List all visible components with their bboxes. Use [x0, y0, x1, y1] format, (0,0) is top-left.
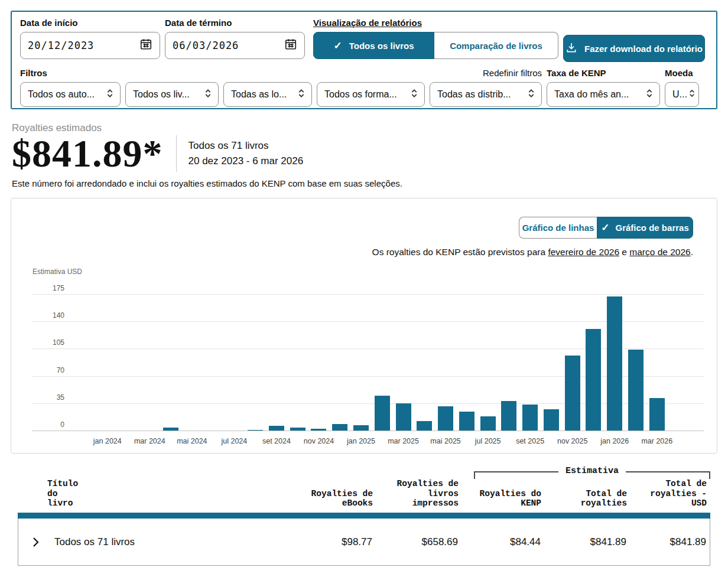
bar-jan-2025[interactable]: [353, 425, 369, 431]
formats-dropdown[interactable]: Todos os forma...: [317, 82, 425, 107]
currency-dropdown-value: U...: [672, 89, 687, 100]
currency-label: Moeda: [665, 68, 699, 80]
gridline: [32, 348, 704, 349]
estimate-group-bracket: Estimativa: [474, 467, 710, 479]
bar-chart-toggle[interactable]: Gráfico de barras: [597, 217, 693, 239]
column-header-total: Total de royalties: [545, 489, 630, 508]
bar-dez-2024[interactable]: [332, 424, 347, 431]
bar-nov-2024[interactable]: [311, 429, 326, 431]
x-tick-label: mar 2026: [641, 437, 672, 445]
note-text: .: [691, 247, 693, 257]
note-text: e: [622, 247, 627, 257]
vertical-divider: [176, 135, 177, 172]
column-header-print: Royalties de livros impressos: [376, 479, 462, 508]
row-kenp-royalties: $84.44: [462, 536, 544, 548]
bar-abr-2025[interactable]: [417, 421, 432, 431]
start-date-label: Data de início: [20, 18, 160, 28]
bar-ago-2024[interactable]: [248, 430, 263, 431]
check-icon: [601, 221, 609, 234]
start-date-field: Data de início 20/12/2023: [20, 18, 160, 59]
royalties-table: Título do livro Royalties de eBooks Roya…: [18, 462, 710, 566]
column-header-title: Título do livro: [18, 479, 300, 508]
report-view-group: Visualização de relatórios Todos os livr…: [313, 18, 558, 59]
expand-row-chevron-icon[interactable]: [32, 537, 39, 547]
bar-dez-2025[interactable]: [586, 329, 601, 431]
row-total-royalties-usd: $841.89: [630, 536, 710, 548]
tab-all-books[interactable]: Todos os livros: [313, 32, 434, 59]
bar-out-2024[interactable]: [290, 428, 306, 431]
updown-chevron-icon: [203, 87, 213, 102]
calendar-icon[interactable]: [139, 38, 152, 53]
bar-jun-2025[interactable]: [459, 412, 474, 431]
x-tick-label: mai 2024: [177, 437, 207, 445]
marketplaces-dropdown-value: Todas as lo...: [231, 89, 287, 100]
bar-mar-2026[interactable]: [649, 398, 665, 431]
books-dropdown-value: Todos os liv...: [133, 89, 190, 100]
gridline: [32, 403, 704, 404]
distributions-dropdown-value: Todas as distrib...: [437, 89, 511, 100]
end-date-label: Data de término: [165, 18, 305, 28]
bar-jan-2026[interactable]: [607, 296, 622, 431]
authors-dropdown-value: Todos os auto...: [28, 89, 95, 100]
start-date-input[interactable]: 20/12/2023: [20, 32, 160, 59]
filter-panel: Data de início 20/12/2023 Data de términ…: [11, 11, 717, 109]
estimated-royalties-amount: $841.89*: [12, 134, 163, 173]
bar-jul-2025[interactable]: [480, 416, 496, 431]
bar-set-2024[interactable]: [269, 426, 284, 431]
updown-chevron-icon: [409, 87, 420, 102]
report-view-label: Visualização de relatórios: [313, 18, 558, 28]
y-tick-label: 0: [32, 420, 64, 429]
kenp-forecast-note: Os royalties do KENP estão previstos par…: [372, 247, 693, 257]
reset-filters-link[interactable]: Redefinir filtros: [430, 68, 542, 80]
x-tick-label: jul 2025: [475, 437, 501, 445]
row-ebooks-royalties: $98.77: [299, 536, 376, 548]
tab-all-books-label: Todos os livros: [349, 41, 414, 51]
gridline: [32, 321, 704, 322]
formats-dropdown-value: Todos os forma...: [324, 89, 397, 100]
bar-out-2025[interactable]: [544, 409, 559, 431]
table-header: Título do livro Royalties de eBooks Roya…: [18, 462, 710, 510]
filters-label: Filtros: [20, 68, 121, 80]
column-header-total-usd: Total de royalties - USD: [630, 479, 710, 508]
x-tick-label: nov 2024: [304, 437, 334, 445]
chart-type-toggle: Gráfico de linhas Gráfico de barras: [519, 217, 693, 239]
forecast-month-link-1[interactable]: fevereiro de 2026: [548, 247, 619, 257]
forecast-month-link-2[interactable]: março de 2026: [629, 247, 690, 257]
bar-mai-2025[interactable]: [438, 406, 453, 431]
updown-chevron-icon: [105, 87, 115, 102]
authors-dropdown[interactable]: Todos os auto...: [20, 82, 121, 107]
bar-fev-2026[interactable]: [628, 350, 644, 431]
download-report-button[interactable]: Fazer download do relatório: [563, 35, 705, 62]
kenp-rate-label: Taxa de KENP: [547, 68, 660, 80]
summary-footnote: Este número foi arredondado e inclui os …: [12, 178, 716, 188]
books-dropdown[interactable]: Todos os liv...: [125, 82, 219, 107]
calendar-icon[interactable]: [284, 38, 297, 53]
bar-abr-2024[interactable]: [163, 428, 178, 431]
bar-mar-2025[interactable]: [396, 403, 411, 431]
tab-book-comparison-label: Comparação de livros: [450, 41, 542, 51]
end-date-field: Data de término 06/03/2026: [165, 18, 305, 59]
x-tick-label: mar 2025: [388, 437, 419, 445]
bar-set-2025[interactable]: [522, 405, 538, 431]
end-date-input[interactable]: 06/03/2026: [165, 32, 305, 59]
distributions-dropdown[interactable]: Todas as distrib...: [430, 82, 542, 107]
tab-book-comparison[interactable]: Comparação de livros: [434, 32, 558, 59]
line-chart-toggle[interactable]: Gráfico de linhas: [519, 217, 597, 239]
x-tick-label: jan 2025: [347, 437, 375, 445]
x-tick-label: jan 2024: [93, 437, 122, 445]
x-tick-label: jan 2026: [600, 437, 629, 445]
y-axis-label: Estimativa USD: [32, 268, 82, 276]
x-tick-label: jul 2024: [221, 437, 247, 445]
y-tick-label: 175: [32, 284, 64, 292]
bar-fev-2025[interactable]: [375, 396, 390, 431]
kenp-rate-dropdown-value: Taxa do mês an...: [554, 89, 629, 100]
row-total-royalties: $841.89: [544, 536, 630, 548]
x-tick-label: set 2025: [516, 437, 544, 445]
currency-dropdown[interactable]: U...: [665, 82, 699, 107]
bar-ago-2025[interactable]: [501, 401, 516, 431]
marketplaces-dropdown[interactable]: Todas as lo...: [223, 82, 312, 107]
table-row[interactable]: Todos os 71 livros $98.77 $658.69 $84.44…: [18, 519, 710, 566]
y-tick-label: 35: [32, 393, 64, 402]
kenp-rate-dropdown[interactable]: Taxa do mês an...: [547, 82, 660, 107]
bar-nov-2025[interactable]: [565, 356, 580, 431]
